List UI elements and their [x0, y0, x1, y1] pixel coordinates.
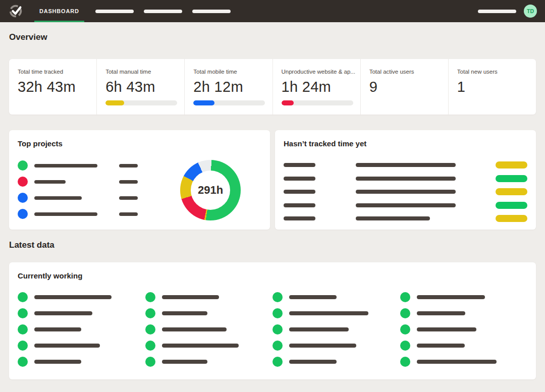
- stat-cell: Total new users 1: [448, 59, 536, 115]
- stat-value: 1h 24m: [282, 79, 360, 95]
- project-legend-row[interactable]: [18, 176, 180, 187]
- project-name-redacted-bar: [34, 180, 66, 184]
- currently-working-item[interactable]: [400, 324, 528, 334]
- user-detail-redacted-bar: [356, 203, 456, 207]
- currently-working-item[interactable]: [145, 308, 273, 318]
- project-time-redacted-bar: [119, 164, 138, 167]
- stat-label: Unproductive website & ap...: [282, 69, 360, 75]
- project-color-dot: [18, 193, 28, 203]
- project-time-redacted-bar: [119, 196, 138, 200]
- latest-data-heading: Latest data: [9, 240, 536, 250]
- project-name-redacted-bar: [34, 212, 97, 216]
- stat-value: 32h 43m: [18, 79, 96, 95]
- user-name-redacted-bar: [289, 295, 337, 299]
- not-tracked-row[interactable]: [284, 161, 527, 169]
- user-name-redacted-bar: [417, 344, 465, 348]
- nav-redacted-items: [84, 10, 231, 13]
- online-status-dot: [145, 357, 155, 367]
- project-color-dot: [18, 209, 28, 219]
- currently-working-item[interactable]: [272, 308, 400, 318]
- currently-working-item[interactable]: [18, 357, 145, 367]
- project-time-redacted-bar: [119, 180, 138, 184]
- currently-working-column: [18, 292, 145, 373]
- top-projects-legend: [18, 160, 180, 225]
- status-pill: [496, 175, 527, 182]
- user-detail-redacted-bar: [356, 177, 456, 181]
- user-name-redacted-bar: [289, 344, 356, 348]
- user-name-redacted-bar: [284, 203, 315, 207]
- timedoctor-logo-icon[interactable]: [8, 4, 23, 19]
- user-name-redacted-bar: [162, 311, 207, 315]
- currently-working-item[interactable]: [400, 308, 528, 318]
- user-menu-redacted-item[interactable]: [478, 10, 516, 13]
- online-status-dot: [18, 341, 28, 351]
- user-name-redacted-bar: [417, 311, 465, 315]
- currently-working-item[interactable]: [272, 341, 400, 351]
- currently-working-item[interactable]: [145, 341, 273, 351]
- currently-working-item[interactable]: [272, 324, 400, 334]
- online-status-dot: [145, 341, 155, 351]
- stat-cell: Total manual time 6h 43m: [96, 59, 184, 115]
- currently-working-title: Currently working: [18, 271, 527, 280]
- not-tracked-list: [284, 161, 527, 222]
- stat-progress-bar: [105, 100, 177, 105]
- stat-cell: Total mobile time 2h 12m: [184, 59, 272, 115]
- online-status-dot: [272, 357, 283, 367]
- donut-center-label: 291h: [198, 184, 223, 197]
- user-name-redacted-bar: [34, 360, 81, 364]
- online-status-dot: [400, 292, 410, 302]
- projects-donut-chart: 291h: [180, 160, 241, 220]
- stat-cell: Total time tracked 32h 43m: [9, 59, 96, 115]
- stat-progress-fill: [105, 100, 124, 105]
- top-navbar: DASHBOARD TD: [0, 0, 545, 22]
- stat-progress-fill: [193, 100, 214, 105]
- not-tracked-card: Hasn’t tracked time yet: [275, 130, 536, 230]
- top-projects-title: Top projects: [18, 139, 261, 148]
- not-tracked-row[interactable]: [284, 215, 527, 222]
- currently-working-item[interactable]: [400, 292, 528, 302]
- currently-working-item[interactable]: [18, 324, 145, 334]
- currently-working-item[interactable]: [145, 357, 273, 367]
- currently-working-item[interactable]: [272, 357, 400, 367]
- online-status-dot: [272, 308, 283, 318]
- stat-label: Total mobile time: [193, 69, 272, 75]
- project-name-redacted-bar: [34, 164, 97, 167]
- currently-working-item[interactable]: [18, 292, 145, 302]
- not-tracked-row[interactable]: [284, 175, 527, 182]
- user-detail-redacted-bar: [356, 163, 456, 167]
- stat-value: 2h 12m: [193, 79, 272, 95]
- navbar-right: TD: [478, 5, 537, 18]
- project-color-dot: [18, 160, 28, 171]
- redacted-nav-item[interactable]: [144, 10, 182, 13]
- currently-working-item[interactable]: [18, 308, 145, 318]
- user-avatar[interactable]: TD: [524, 5, 537, 18]
- currently-working-item[interactable]: [18, 341, 145, 351]
- currently-working-item[interactable]: [400, 357, 528, 367]
- not-tracked-row[interactable]: [284, 188, 527, 195]
- project-legend-row[interactable]: [18, 208, 180, 219]
- currently-working-item[interactable]: [272, 292, 400, 302]
- stat-label: Total active users: [369, 69, 448, 75]
- online-status-dot: [272, 292, 283, 302]
- not-tracked-row[interactable]: [284, 202, 527, 209]
- stat-progress-bar: [193, 100, 265, 105]
- user-name-redacted-bar: [417, 360, 497, 364]
- stat-label: Total new users: [457, 69, 536, 75]
- online-status-dot: [272, 324, 283, 334]
- online-status-dot: [400, 341, 410, 351]
- currently-working-column: [272, 292, 400, 373]
- project-legend-row[interactable]: [18, 192, 180, 203]
- currently-working-item[interactable]: [145, 324, 273, 334]
- redacted-nav-item[interactable]: [95, 10, 134, 13]
- redacted-nav-item[interactable]: [192, 10, 231, 13]
- user-name-redacted-bar: [162, 327, 227, 331]
- tab-dashboard[interactable]: DASHBOARD: [34, 0, 84, 22]
- project-legend-row[interactable]: [18, 160, 180, 171]
- project-time-redacted-bar: [119, 212, 138, 216]
- stat-label: Total manual time: [105, 69, 184, 75]
- currently-working-item[interactable]: [400, 341, 528, 351]
- user-name-redacted-bar: [34, 295, 112, 299]
- user-name-redacted-bar: [34, 311, 92, 315]
- stat-cell: Total active users 9: [360, 59, 448, 115]
- currently-working-item[interactable]: [145, 292, 273, 302]
